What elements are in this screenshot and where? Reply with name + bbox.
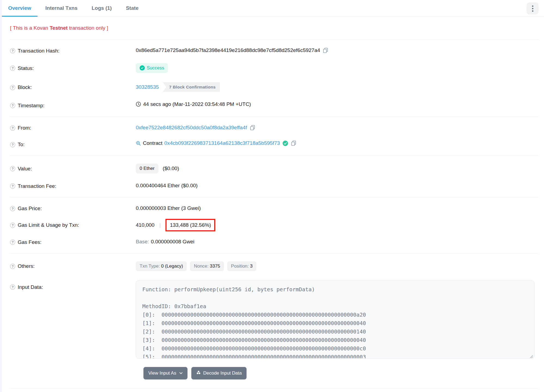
verified-check-icon [282,140,288,146]
timestamp-value: 44 secs ago (Mar-11-2022 03:54:48 PM +UT… [143,101,251,107]
check-icon [140,65,145,71]
section-divider [10,155,539,156]
decode-input-data-button[interactable]: Decode Input Data [191,367,247,379]
section-value: ? Value: 0 Ether ($0.00) ? Transaction F… [2,157,544,195]
row-block: ? Block: 30328535 7 Block Confirmations [2,78,544,97]
input-methodid-line: MethodID: 0x7bbaf1ea [142,302,534,311]
gas-fees-base-label: Base: [136,239,149,245]
tab-bar: Overview Internal Txns Logs (1) State [2,0,544,17]
section-divider [10,39,539,39]
row-others: ? Others: Txn Type: 0 (Legacy) Nonce: 33… [2,257,544,276]
transaction-fee-label: Transaction Fee: [18,183,56,189]
input-data-textarea[interactable]: Function: performUpkeep(uint256 id, byte… [136,280,534,359]
gas-limit-value: 410,000 [136,222,155,228]
value-label: Value: [18,166,32,172]
chevron-down-icon [179,372,183,374]
timestamp-label: Timestamp: [18,103,45,109]
tab-internal-txns[interactable]: Internal Txns [39,1,84,17]
tab-overview[interactable]: Overview [2,1,38,17]
block-number-link[interactable]: 30328535 [136,84,159,90]
help-icon[interactable]: ? [10,183,15,189]
testnet-notice-suffix: transaction only ] [68,25,108,31]
row-gas-price: ? Gas Price: 0.000000003 Ether (3 Gwei) [2,201,544,216]
help-icon[interactable]: ? [10,166,15,171]
row-from: ? From: 0xfee7522e8482682cf50ddc50a0f8da… [2,120,544,136]
input-param-line: [4]: 00000000000000000000000000000000000… [142,344,534,353]
help-icon[interactable]: ? [10,284,15,290]
nonce-value: 3375 [210,264,220,269]
help-icon[interactable]: ? [10,125,15,131]
testnet-notice-bold: Testnet [50,25,67,31]
resize-handle[interactable] [529,353,533,357]
copy-icon[interactable] [291,140,296,146]
gas-limit-usage-label: Gas Limit & Usage by Txn: [18,222,79,228]
copy-icon[interactable] [250,125,255,130]
section-others-input: ? Others: Txn Type: 0 (Legacy) Nonce: 33… [2,255,544,381]
gas-fees-label: Gas Fees: [18,239,42,245]
gas-separator: | [159,222,161,228]
contract-preview-icon[interactable] [136,141,141,146]
view-input-as-button[interactable]: View Input As [143,367,188,379]
transaction-overview-card: Overview Internal Txns Logs (1) State [ … [0,0,544,392]
help-icon[interactable]: ? [10,66,15,71]
block-label: Block: [18,84,32,90]
to-label: To: [18,142,24,148]
input-function-line: Function: performUpkeep(uint256 id, byte… [142,285,534,294]
bottom-divider [10,388,539,388]
tab-state[interactable]: State [120,1,145,17]
help-icon[interactable]: ? [10,240,15,245]
help-icon[interactable]: ? [10,103,15,108]
input-blank-line [142,294,534,302]
row-transaction-fee: ? Transaction Fee: 0.000400464 Ether ($0… [2,178,544,194]
gas-price-value: 0.000000003 Ether (3 Gwei) [136,205,201,211]
input-data-label: Input Data: [18,284,43,290]
help-icon[interactable]: ? [10,142,15,147]
section-divider [10,117,539,117]
tab-logs[interactable]: Logs (1) [85,1,118,17]
transaction-fee-value: 0.000400464 Ether ($0.00) [136,183,198,189]
help-icon[interactable]: ? [10,85,15,90]
row-to: ? To: Contract 0x4cb093f226983713164a621… [2,136,544,152]
section-gas: ? Gas Price: 0.000000003 Ether (3 Gwei) … [2,199,544,252]
others-label: Others: [18,263,35,269]
input-param-line: [3]: 00000000000000000000000000000000000… [142,336,534,344]
section-summary: ? Transaction Hash: 0x86ed5a771e725aa94d… [2,41,544,115]
row-timestamp: ? Timestamp: 44 secs ago (Mar-11-2022 03… [2,97,544,113]
more-options-button[interactable] [527,2,539,14]
copy-icon[interactable] [323,48,328,53]
help-icon[interactable]: ? [10,223,15,228]
row-gas-fees: ? Gas Fees: Base: 0.000000008 Gwei [2,234,544,250]
decode-input-data-label: Decode Input Data [203,370,242,376]
txn-type-label: Txn Type: [140,264,160,269]
position-value: 3 [250,264,253,269]
nonce-badge: Nonce: 3375 [190,261,224,271]
status-value: Success [147,65,164,71]
section-addresses: ? From: 0xfee7522e8482682cf50ddc50a0f8da… [2,118,544,154]
from-address-link[interactable]: 0xfee7522e8482682cf50ddc50a0f8da2a39effa… [136,125,247,131]
status-badge: Success [136,63,168,73]
testnet-notice-prefix: [ This is a Kovan [10,25,50,31]
input-param-line: [1]: 00000000000000000000000000000000000… [142,319,534,327]
value-usd: ($0.00) [163,166,179,171]
input-actions: View Input As Decode Input Data [143,367,544,379]
block-confirmations-badge: 7 Block Confirmations [163,82,220,92]
row-status: ? Status: Success [2,59,544,78]
clock-icon [136,102,141,107]
row-transaction-hash: ? Transaction Hash: 0x86ed5a771e725aa94d… [2,43,544,59]
testnet-notice: [ This is a Kovan Testnet transaction on… [2,17,544,38]
help-icon[interactable]: ? [10,264,15,269]
from-label: From: [18,125,31,131]
help-icon[interactable]: ? [10,48,15,53]
help-icon[interactable]: ? [10,206,15,211]
position-badge: Position: 3 [227,261,256,271]
to-address-link[interactable]: 0x4cb093f226983713164a62138c3f718a5b595f… [164,140,280,146]
gas-price-label: Gas Price: [18,206,42,212]
position-label: Position: [231,264,249,269]
section-divider [10,197,539,197]
decode-icon [196,370,201,376]
input-param-line: [5]: 00000000000000000000000000000000000… [142,353,534,359]
gas-fees-base-value: 0.000000008 Gwei [151,239,195,245]
txn-type-badge: Txn Type: 0 (Legacy) [136,261,187,271]
row-gas-limit-usage: ? Gas Limit & Usage by Txn: 410,000 | 13… [2,216,544,234]
nonce-label: Nonce: [194,264,208,269]
